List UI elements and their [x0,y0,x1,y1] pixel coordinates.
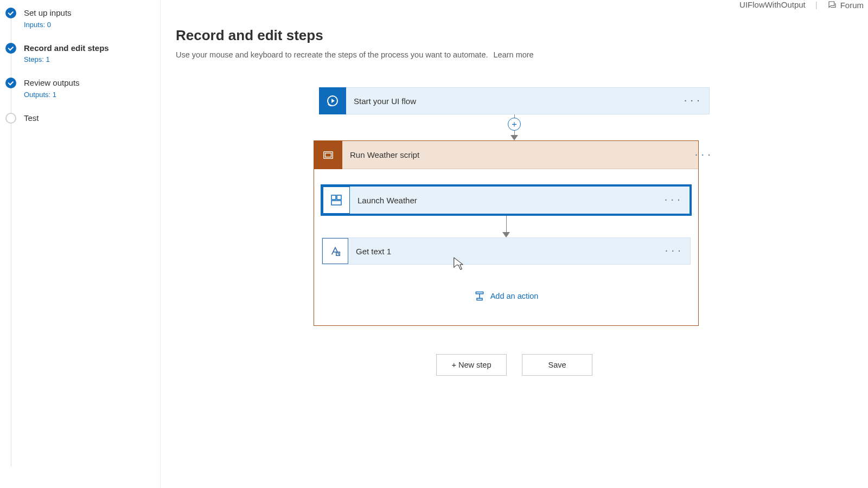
circle-icon [5,113,16,124]
scope-header[interactable]: Run Weather script · · · [314,141,698,169]
app-launch-icon [323,187,350,214]
svg-rect-4 [337,195,341,200]
insert-step-button[interactable]: ＋ [508,118,521,131]
page-subtitle-text: Use your mouse and keyboard to recreate … [176,50,488,59]
connector: ＋ [319,114,710,140]
wizard-step-subtitle: Steps: 1 [24,55,109,63]
start-flow-card[interactable]: Start your UI flow · · · [319,87,710,114]
wizard-step-test[interactable]: Test [5,113,160,124]
script-icon [314,141,342,169]
scope-header-label: Run Weather script [342,150,419,159]
action-label: Get text 1 [348,247,391,256]
scope-run-weather-script: Run Weather script · · · Launch Weather … [314,140,699,326]
add-action-icon [474,291,485,301]
wizard-step-inputs[interactable]: Set up inputs Inputs: 0 [5,8,160,29]
page-subtitle: Use your mouse and keyboard to recreate … [176,50,853,59]
start-flow-label: Start your UI flow [346,97,416,106]
wizard-step-subtitle: Outputs: 1 [24,91,80,99]
check-icon [5,8,16,18]
svg-rect-5 [331,201,341,205]
connector [321,216,692,237]
wizard-sidebar: Set up inputs Inputs: 0 Record and edit … [0,0,161,488]
svg-rect-2 [326,153,331,157]
more-menu[interactable]: · · · [692,147,714,163]
action-label: Launch Weather [350,196,417,205]
more-menu[interactable]: · · · [657,247,690,255]
new-step-button[interactable]: + New step [436,354,507,376]
page-title: Record and edit steps [176,27,853,44]
wizard-step-subtitle: Inputs: 0 [24,21,72,29]
wizard-step-outputs[interactable]: Review outputs Outputs: 1 [5,78,160,99]
wizard-step-title: Set up inputs [24,8,72,18]
action-launch-weather[interactable]: Launch Weather · · · [322,186,690,214]
add-an-action-link[interactable]: Add an action [321,291,692,301]
wizard-step-title: Review outputs [24,78,80,88]
wizard-step-title: Test [24,113,39,124]
action-get-text-1[interactable]: Get text 1 · · · [322,237,691,265]
svg-rect-3 [331,195,336,200]
check-icon [5,78,16,88]
flow-canvas: Start your UI flow · · · ＋ Run Weather s… [319,87,710,376]
wizard-step-record[interactable]: Record and edit steps Steps: 1 [5,43,160,64]
svg-rect-8 [477,298,482,300]
wizard-step-title: Record and edit steps [24,43,109,54]
save-button[interactable]: Save [522,354,592,376]
check-icon [5,43,16,54]
get-text-icon [322,238,348,264]
more-menu[interactable]: · · · [676,97,709,105]
more-menu[interactable]: · · · [656,196,690,204]
svg-rect-7 [476,292,483,294]
learn-more-link[interactable]: Learn more [494,50,534,59]
play-icon [319,87,346,114]
action-launch-weather-selection: Launch Weather · · · [321,184,692,216]
add-an-action-label: Add an action [490,292,539,300]
